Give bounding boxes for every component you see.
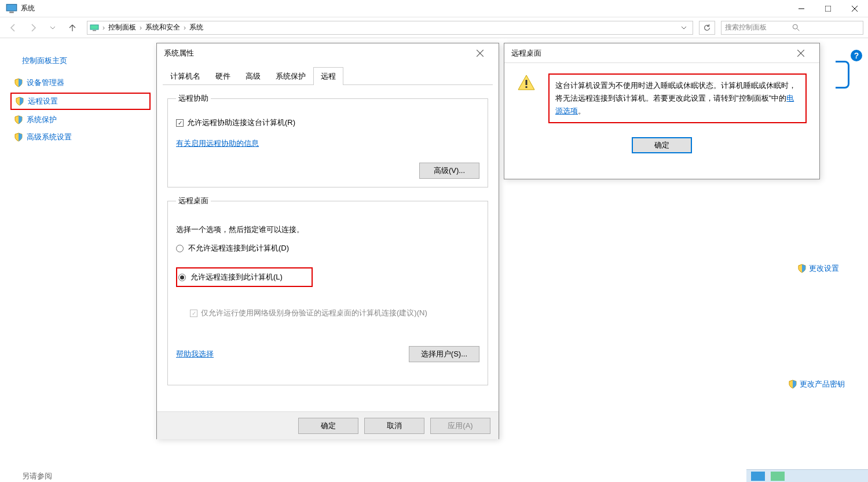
change-settings-link[interactable]: 更改设置 [797,263,839,274]
shield-icon [14,133,23,142]
system-properties-dialog: 系统属性 计算机名 硬件 高级 系统保护 远程 远程协助 允许远程协助连接这台计… [156,43,499,439]
svg-point-8 [793,24,797,29]
shield-icon [14,115,23,124]
see-also-header: 另请参阅 [10,469,151,482]
dialog-titlebar: 系统属性 [157,43,499,63]
tab-advanced[interactable]: 高级 [238,67,268,85]
radio-label: 允许远程连接到此计算机(L) [191,272,283,282]
taskbar-item[interactable] [751,472,765,481]
help-me-choose-link[interactable]: 帮助我选择 [176,349,214,359]
link-label: 更改设置 [809,263,839,274]
help-button[interactable]: ? [851,50,862,61]
link-label: 更改产品密钥 [800,379,845,389]
close-button[interactable] [841,0,868,17]
disallow-remote-radio[interactable]: 不允许远程连接到此计算机(D) [176,243,479,253]
pc-icon [90,24,101,31]
forward-button[interactable] [24,19,42,36]
radio-label: 不允许远程连接到此计算机(D) [188,243,289,253]
chevron-right-icon: › [101,24,106,32]
ok-button[interactable]: 确定 [298,418,358,434]
svg-line-9 [797,28,800,31]
advanced-system-settings-link[interactable]: 高级系统设置 [10,130,151,145]
svg-rect-6 [90,25,98,30]
decorative-bracket [836,61,849,89]
tab-computer-name[interactable]: 计算机名 [163,67,208,85]
left-panel: 控制面板主页 设备管理器 远程设置 系统保护 高级系统设置 另请参阅 安全和维护 [0,38,151,482]
checkbox-icon [190,310,197,317]
taskbar-item[interactable] [771,472,785,481]
system-icon [6,4,17,13]
shield-icon [15,97,24,106]
message-text: 这台计算机设置为不使用时进入睡眠或休眠状态。计算机睡眠或休眠时，将无法远程连接到… [548,73,807,123]
minimize-button[interactable] [788,0,815,17]
warning-icon [517,73,536,123]
maximize-button[interactable] [815,0,841,17]
group-note: 选择一个选项，然后指定谁可以连接。 [176,225,479,235]
crumb-1[interactable]: 控制面板 [106,23,138,32]
ok-button[interactable]: 确定 [632,137,692,153]
cancel-button[interactable]: 取消 [364,418,424,434]
refresh-button[interactable] [699,21,715,35]
dialog-titlebar: 远程桌面 [504,43,819,63]
crumb-3[interactable]: 系统 [187,23,206,32]
chevron-right-icon: › [138,24,143,32]
checkbox-icon [176,119,184,127]
svg-rect-3 [825,6,831,12]
group-legend: 远程桌面 [176,196,211,206]
nla-only-checkbox[interactable]: 仅允许运行使用网络级别身份验证的远程桌面的计算机连接(建议)(N) [190,308,479,318]
remote-desktop-group: 远程桌面 选择一个选项，然后指定谁可以连接。 不允许远程连接到此计算机(D) 允… [167,196,488,385]
close-button[interactable] [468,45,492,62]
allow-remote-assistance-checkbox[interactable]: 允许远程协助连接这台计算机(R) [176,117,479,128]
checkbox-label: 允许远程协助连接这台计算机(R) [187,117,295,128]
remote-settings-link[interactable]: 远程设置 [10,93,151,110]
system-protection-link[interactable]: 系统保护 [10,112,151,127]
select-users-button[interactable]: 选择用户(S)... [409,346,479,362]
breadcrumb[interactable]: › 控制面板 › 系统和安全 › 系统 [87,21,693,35]
allow-remote-radio[interactable]: 允许远程连接到此计算机(L) [176,267,313,287]
see-also-section: 另请参阅 安全和维护 [10,469,151,482]
link-label: 远程设置 [28,96,58,106]
window-title: 系统 [21,3,35,13]
search-icon [792,24,859,32]
link-label: 设备管理器 [27,78,64,88]
tabs: 计算机名 硬件 高级 系统保护 远程 [163,67,493,85]
svg-rect-0 [6,4,17,10]
advanced-button[interactable]: 高级(V)... [419,163,479,179]
breadcrumb-dropdown[interactable] [677,25,690,31]
taskbar-fragment [746,469,868,482]
remote-assistance-group: 远程协助 允许远程协助连接这台计算机(R) 有关启用远程协助的信息 高级(V).… [167,93,488,187]
recent-button[interactable] [44,19,61,36]
tab-remote[interactable]: 远程 [313,67,343,85]
apply-button[interactable]: 应用(A) [430,418,490,434]
chevron-right-icon: › [182,24,187,32]
svg-rect-14 [526,80,528,85]
control-panel-home-link[interactable]: 控制面板主页 [22,56,151,66]
checkbox-label: 仅允许运行使用网络级别身份验证的远程桌面的计算机连接(建议)(N) [201,308,427,318]
shield-icon [797,264,807,273]
link-label: 系统保护 [27,115,57,125]
shield-icon [14,78,23,87]
crumb-2[interactable]: 系统和安全 [143,23,182,32]
radio-icon [178,274,186,281]
remote-assistance-info-link[interactable]: 有关启用远程协助的信息 [176,139,259,148]
close-button[interactable] [789,45,812,62]
svg-rect-15 [526,86,528,88]
titlebar: 系统 [0,0,868,17]
svg-rect-7 [93,30,96,31]
tab-hardware[interactable]: 硬件 [208,67,238,85]
device-manager-link[interactable]: 设备管理器 [10,75,151,90]
dialog-title: 远程桌面 [511,48,541,58]
tab-system-protection[interactable]: 系统保护 [268,67,313,85]
group-legend: 远程协助 [176,93,211,104]
back-button[interactable] [5,19,22,36]
up-button[interactable] [64,19,81,36]
link-label: 高级系统设置 [27,132,72,142]
search-placeholder: 搜索控制面板 [725,23,792,32]
search-input[interactable]: 搜索控制面板 [721,21,863,35]
shield-icon [788,380,797,389]
address-bar: › 控制面板 › 系统和安全 › 系统 搜索控制面板 [0,17,868,38]
dialog-footer: 确定 取消 应用(A) [157,411,499,439]
dialog-title: 系统属性 [164,48,194,58]
change-product-key-link[interactable]: 更改产品密钥 [788,379,845,389]
remote-desktop-message-dialog: 远程桌面 这台计算机设置为不使用时进入睡眠或休眠状态。计算机睡眠或休眠时，将无法… [504,43,820,179]
